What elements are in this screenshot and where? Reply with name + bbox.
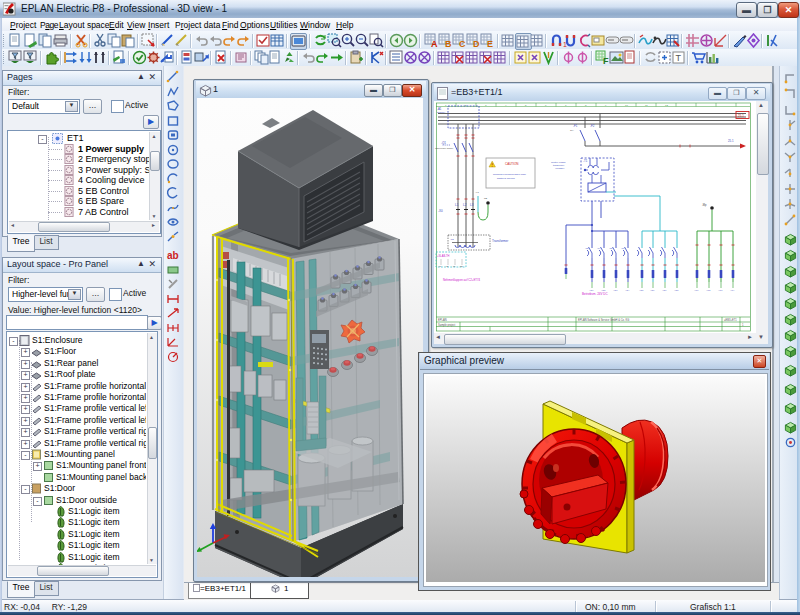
svg-text:-X2:1: -X2:1 [589, 289, 593, 291]
svg-text:25.1: 25.1 [728, 139, 734, 143]
svg-text:L2: L2 [463, 203, 467, 207]
svg-text:-X2:8: -X2:8 [674, 289, 678, 291]
svg-text:-X2:4: -X2:4 [625, 289, 629, 291]
svg-text:CAUTION: CAUTION [505, 162, 519, 166]
svg-text:-Mp: -Mp [702, 203, 707, 207]
svg-text:-X3:2: -X3:2 [706, 289, 710, 291]
svg-text:-X2:2: -X2:2 [601, 289, 605, 291]
svg-text:-X3:3: -X3:3 [718, 289, 722, 291]
svg-text:-T1: -T1 [583, 159, 588, 163]
svg-text:400/230V: 400/230V [555, 167, 565, 169]
svg-text:-X2:6: -X2:6 [650, 289, 654, 291]
svg-text:EPLAN Software & Service GmbH: EPLAN Software & Service GmbH & Co. KG [578, 318, 629, 322]
svg-text:PE: PE [484, 197, 488, 200]
svg-text:SUPPLY: SUPPLY [437, 111, 446, 113]
svg-text:16A: 16A [570, 129, 574, 131]
svg-text:EPLAN: EPLAN [438, 318, 447, 322]
svg-text:-F1: -F1 [573, 124, 578, 128]
svg-text:-X2:7: -X2:7 [662, 289, 666, 291]
svg-text:-X2:5: -X2:5 [639, 289, 643, 291]
svg-text:-X1: -X1 [475, 191, 479, 194]
svg-text:T: T [676, 53, 682, 63]
svg-text:Nehmerklappen auf C2+ET74: Nehmerklappen auf C2+ET74 [443, 278, 481, 282]
svg-text:1: 1 [563, 41, 567, 48]
svg-text:A: A [431, 39, 438, 48]
svg-text:Transformer: Transformer [492, 239, 508, 243]
svg-text:L3: L3 [470, 203, 474, 207]
svg-text:-F2: -F2 [590, 124, 595, 128]
svg-text:B: B [445, 39, 452, 48]
svg-text:C: C [459, 39, 466, 48]
svg-text:=EB3+ET1: =EB3+ET1 [724, 318, 737, 322]
svg-text:L1: L1 [455, 203, 459, 207]
svg-text:Main power supply: Main power supply [435, 147, 454, 149]
svg-text:-X3:4: -X3:4 [730, 289, 734, 291]
svg-text:+SLAB-TH: +SLAB-TH [437, 254, 450, 258]
svg-text:-Q1: -Q1 [441, 141, 446, 145]
svg-text:25.1: 25.1 [738, 114, 744, 118]
svg-text:Control voltage: Control voltage [551, 161, 566, 163]
svg-text:-X0: -X0 [438, 209, 443, 213]
svg-text:D: D [473, 39, 480, 48]
svg-text:-X2:3: -X2:3 [613, 289, 617, 291]
svg-text:-X3:1: -X3:1 [694, 289, 698, 291]
svg-text:Sample project: Sample project [438, 323, 456, 327]
svg-text:E: E [487, 39, 493, 48]
svg-text:Betriebsm. 24V DC: Betriebsm. 24V DC [582, 292, 609, 296]
svg-text:switch is opened: switch is opened [497, 177, 515, 180]
svg-text:transformer: transformer [553, 164, 564, 166]
svg-text:ab: ab [167, 250, 179, 261]
svg-text:Remains energized when main: Remains energized when main [493, 173, 526, 176]
